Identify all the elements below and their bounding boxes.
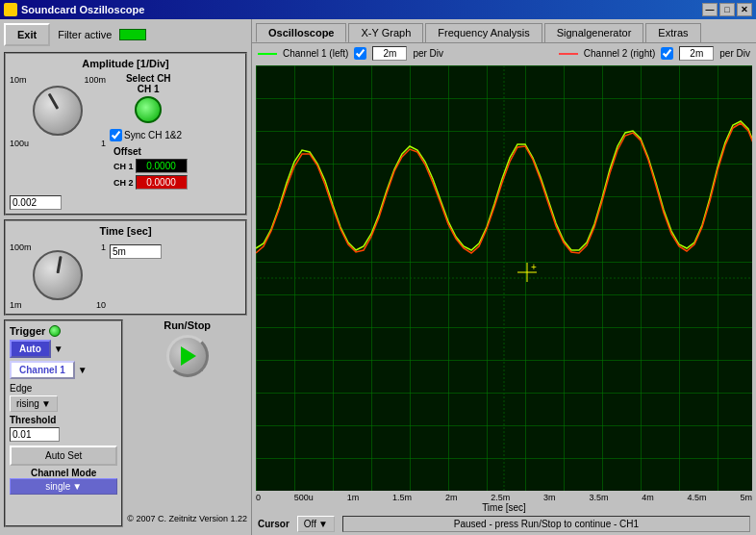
oscilloscope-view[interactable]: +: [256, 65, 752, 491]
time-knob-area: 100m 1 1m 10: [10, 241, 106, 310]
amplitude-scroll-area: [10, 195, 241, 210]
exit-button[interactable]: Exit: [4, 23, 50, 46]
status-bar: Paused - press Run/Stop to continue - CH…: [342, 516, 750, 532]
time-inner: 100m 1 1m 10: [10, 241, 241, 310]
trigger-header: Trigger: [10, 325, 117, 337]
single-label: single: [45, 481, 70, 492]
time-3.5m: 3.5m: [589, 493, 608, 502]
tab-xy-graph[interactable]: X-Y Graph: [348, 23, 423, 42]
ch1-per-div-unit: per Div: [413, 48, 443, 59]
ch2-per-div-input[interactable]: [679, 46, 714, 61]
amplitude-title: Amplitude [1/Div]: [10, 58, 241, 69]
time-section: Time [sec] 100m 1 1m 10: [4, 219, 247, 316]
run-stop-button[interactable]: [166, 335, 209, 377]
ch1-per-div-input[interactable]: [372, 46, 407, 61]
time-axis: 0 500u 1m 1.5m 2m 2.5m 3m 3.5m 4m 4.5m 5…: [252, 493, 756, 502]
offset-panel: Offset CH 1 CH 2: [113, 145, 188, 191]
auto-set-button[interactable]: Auto Set: [10, 446, 117, 466]
rising-label: rising: [16, 398, 39, 409]
title-bar: Soundcard Oszilloscope — □ ✕: [0, 0, 756, 19]
amplitude-scroll[interactable]: [10, 195, 62, 210]
tabs-bar: Oscilloscope X-Y Graph Frequency Analysi…: [252, 19, 756, 43]
sync-check[interactable]: [110, 129, 122, 141]
trigger-label: Trigger: [10, 325, 45, 337]
amp-label-bl: 100u: [10, 139, 29, 148]
time-scroll-area: [110, 244, 162, 310]
ch2-offset-label: CH 2: [113, 178, 134, 188]
channel1-button[interactable]: Channel 1: [10, 361, 75, 379]
time-500u: 500u: [294, 493, 314, 502]
tab-signalgenerator[interactable]: Signalgenerator: [544, 23, 644, 42]
bottom-bar: Cursor Off ▼ Paused - press Run/Stop to …: [252, 513, 756, 535]
offset-label: Offset: [113, 146, 141, 157]
cursor-arrow: ▼: [318, 519, 328, 529]
time-axis-title: Time [sec]: [252, 502, 756, 513]
left-panel: Exit Filter active Amplitude [1/Div] 10m…: [0, 19, 252, 535]
time-0: 0: [256, 493, 261, 502]
edge-label: Edge: [10, 383, 32, 394]
minimize-button[interactable]: —: [702, 3, 718, 16]
ch1-btn-row: Channel 1 ▼: [10, 361, 117, 379]
time-5m: 5m: [740, 493, 752, 502]
dropdown-arrow-ch[interactable]: ▼: [78, 365, 88, 375]
single-button[interactable]: single ▼: [10, 478, 117, 495]
tab-extras[interactable]: Extras: [645, 23, 700, 42]
tab-oscilloscope[interactable]: Oscilloscope: [256, 23, 346, 42]
amplitude-right: Select CH CH 1 Sync CH 1&2 Offset CH 1: [110, 73, 188, 191]
oscilloscope-grid: +: [256, 65, 752, 491]
time-label-br: 10: [96, 300, 106, 310]
ch2-offset-input[interactable]: [136, 175, 188, 190]
sync-label: Sync CH 1&2: [124, 130, 182, 140]
channel-bar: Channel 1 (left) per Div Channel 2 (righ…: [252, 43, 756, 64]
run-stop-panel: Run/Stop © 2007 C. Zeitnitz Version 1.22: [127, 319, 247, 531]
ch1-offset-label: CH 1: [113, 162, 134, 171]
auto-button[interactable]: Auto: [10, 340, 51, 358]
auto-btn-row: Auto ▼: [10, 340, 117, 358]
time-label-tl: 100m: [10, 242, 32, 252]
ch1-checkbox[interactable]: [354, 47, 366, 60]
ch1-offset-row: CH 1: [113, 159, 188, 173]
select-ch-label: Select CH: [126, 73, 171, 84]
close-button[interactable]: ✕: [737, 3, 752, 16]
run-stop-label: Run/Stop: [164, 319, 211, 331]
time-1.5m: 1.5m: [392, 493, 412, 502]
threshold-label: Threshold: [10, 415, 56, 425]
amplitude-section: Amplitude [1/Div] 10m 100m 100u 1 Select…: [4, 52, 247, 216]
tab-frequency[interactable]: Frequency Analysis: [425, 23, 542, 42]
filter-indicator: [119, 29, 146, 40]
ch2-label: Channel 2 (right): [584, 48, 655, 59]
time-label-bl: 1m: [10, 300, 22, 310]
threshold-input[interactable]: [10, 427, 60, 442]
rising-arrow: ▼: [41, 398, 51, 409]
sync-checkbox[interactable]: Sync CH 1&2: [110, 129, 188, 141]
ch1-offset-input[interactable]: [136, 159, 188, 173]
time-label-tr: 1: [101, 242, 106, 252]
play-icon: [181, 346, 196, 366]
amplitude-knob-area: 10m 100m 100u 1: [10, 73, 106, 148]
rising-button[interactable]: rising ▼: [10, 395, 58, 412]
time-scroll[interactable]: [110, 244, 162, 259]
cursor-button[interactable]: Off ▼: [297, 516, 335, 532]
single-arrow: ▼: [72, 481, 82, 492]
amp-label-tr: 100m: [84, 75, 106, 85]
channel-mode-label: Channel Mode: [10, 468, 117, 478]
svg-text:+: +: [531, 262, 537, 272]
edge-row: Edge: [10, 382, 117, 394]
amp-label-br: 1: [101, 139, 106, 148]
time-knob[interactable]: [33, 250, 83, 300]
window-title: Soundcard Oszilloscope: [21, 4, 144, 15]
right-panel: Oscilloscope X-Y Graph Frequency Analysi…: [252, 19, 756, 535]
time-1m: 1m: [347, 493, 360, 502]
maximize-button[interactable]: □: [719, 3, 735, 16]
time-4.5m: 4.5m: [688, 493, 707, 502]
amplitude-knob[interactable]: [33, 86, 83, 136]
channel-mode-panel: Channel Mode single ▼: [10, 468, 117, 495]
cursor-label: Cursor: [258, 519, 290, 529]
threshold-input-row: [10, 427, 117, 442]
rising-row: rising ▼: [10, 395, 117, 412]
ch2-checkbox[interactable]: [661, 47, 673, 60]
cursor-value: Off: [304, 519, 316, 529]
copyright: © 2007 C. Zeitnitz Version 1.22: [127, 506, 247, 523]
time-2.5m: 2.5m: [491, 493, 510, 502]
dropdown-arrow-auto[interactable]: ▼: [54, 344, 63, 354]
